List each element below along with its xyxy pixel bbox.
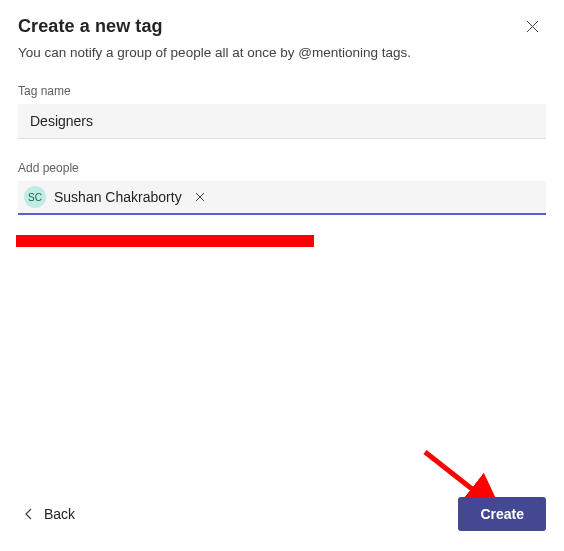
dialog-subtitle: You can notify a group of people all at …: [18, 44, 546, 62]
close-button[interactable]: [522, 18, 542, 38]
people-chip: SC Sushan Chakraborty: [24, 186, 208, 208]
close-icon: [195, 188, 205, 206]
remove-chip-button[interactable]: [192, 189, 208, 205]
create-button[interactable]: Create: [458, 497, 546, 531]
dialog-title: Create a new tag: [18, 16, 163, 37]
chevron-left-icon: [24, 508, 32, 520]
chip-name: Sushan Chakraborty: [54, 189, 182, 205]
tag-name-input[interactable]: [18, 104, 546, 139]
back-button[interactable]: Back: [18, 506, 75, 522]
redaction-annotation: [16, 235, 314, 247]
tag-name-label: Tag name: [18, 84, 546, 98]
add-people-input[interactable]: SC Sushan Chakraborty: [18, 181, 546, 215]
add-people-label: Add people: [18, 161, 546, 175]
close-icon: [526, 19, 539, 37]
avatar: SC: [24, 186, 46, 208]
back-label: Back: [44, 506, 75, 522]
